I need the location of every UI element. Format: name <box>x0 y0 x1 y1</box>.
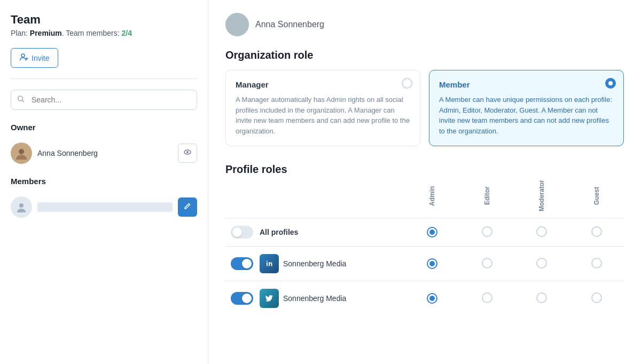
radio-all-moderator[interactable] <box>536 226 547 237</box>
radio-s2-guest[interactable] <box>591 292 602 303</box>
manager-desc: A Manager automatically has Admin rights… <box>236 94 410 136</box>
all-profiles-guest[interactable] <box>569 218 624 247</box>
radio-s1-admin[interactable] <box>427 258 437 269</box>
all-profiles-label: All profiles <box>260 228 298 236</box>
sonnenberg-2-editor[interactable] <box>459 281 514 316</box>
table-row: Sonnenberg Media <box>225 281 624 316</box>
invite-label: Invite <box>32 54 49 62</box>
divider-1 <box>11 78 197 79</box>
plan-label: Plan: <box>11 29 30 37</box>
sonnenberg-1-moderator[interactable] <box>514 247 569 281</box>
invite-person-icon <box>20 53 28 63</box>
member-radio[interactable] <box>605 78 616 89</box>
plan-info: Plan: Premium. Team members: 2/4 <box>11 29 197 37</box>
search-input[interactable] <box>11 90 197 110</box>
profile-roles-table: Admin Editor Moderator Guest All profile… <box>225 176 624 315</box>
col-header-editor: Editor <box>459 176 514 218</box>
radio-all-editor[interactable] <box>482 226 493 237</box>
col-header-guest: Guest <box>569 176 624 218</box>
team-title: Team <box>11 13 197 27</box>
svg-point-2 <box>19 149 24 154</box>
all-profiles-admin[interactable] <box>405 218 460 247</box>
user-name: Anna Sonnenberg <box>255 20 324 29</box>
sonnenberg-1-editor[interactable] <box>459 247 514 281</box>
sonnenberg-1-name: Sonnenberg Media <box>283 259 346 268</box>
sonnenberg-1-cell: Sonnenberg Media <box>225 247 405 281</box>
table-row: Sonnenberg Media <box>225 247 624 281</box>
member-desc: A Member can have unique permissions on … <box>439 94 614 136</box>
sonnenberg-1-toggle[interactable] <box>231 257 253 270</box>
svg-point-0 <box>21 54 25 57</box>
table-row: All profiles <box>225 218 624 247</box>
radio-s1-moderator[interactable] <box>536 258 547 268</box>
radio-s2-editor[interactable] <box>482 292 493 303</box>
member-edit-button[interactable] <box>178 197 197 217</box>
user-header: Anna Sonnenberg <box>225 13 624 36</box>
radio-s1-editor[interactable] <box>482 258 493 268</box>
owner-avatar <box>11 143 32 164</box>
members-section-label: Members <box>11 177 197 186</box>
col-header-admin: Admin <box>405 176 460 218</box>
sidebar: Team Plan: Premium. Team members: 2/4 In… <box>0 0 208 364</box>
owner-section-label: Owner <box>11 123 197 132</box>
linkedin-icon <box>260 254 279 273</box>
sonnenberg-2-name: Sonnenberg Media <box>283 294 346 303</box>
radio-s1-guest[interactable] <box>591 258 602 268</box>
owner-row: Anna Sonnenberg <box>11 143 197 164</box>
sonnenberg-2-moderator[interactable] <box>514 281 569 316</box>
role-card-member[interactable]: Member A Member can have unique permissi… <box>429 70 624 146</box>
pencil-icon <box>184 202 191 212</box>
radio-s2-admin[interactable] <box>427 293 437 304</box>
profile-roles-heading: Profile roles <box>225 163 624 176</box>
search-container <box>11 90 197 110</box>
sonnenberg-2-guest[interactable] <box>569 281 624 316</box>
sonnenberg-2-profile: Sonnenberg Media <box>260 289 346 308</box>
org-role-heading: Organization role <box>225 49 624 61</box>
invite-button[interactable]: Invite <box>11 48 58 68</box>
member-row <box>11 196 197 218</box>
members-count: 2/4 <box>122 29 132 37</box>
col-header-moderator: Moderator <box>514 176 569 218</box>
sonnenberg-2-cell: Sonnenberg Media <box>225 281 405 316</box>
radio-s2-moderator[interactable] <box>536 292 547 303</box>
manager-title: Manager <box>236 80 410 89</box>
twitter-icon <box>260 289 279 308</box>
main-panel: Anna Sonnenberg Organization role Manage… <box>208 0 641 364</box>
member-avatar <box>11 196 32 218</box>
sonnenberg-1-admin[interactable] <box>405 247 460 281</box>
search-icon <box>17 96 25 105</box>
svg-point-4 <box>186 151 189 153</box>
all-profiles-moderator[interactable] <box>514 218 569 247</box>
all-profiles-cell: All profiles <box>225 218 405 247</box>
member-name-placeholder <box>37 202 173 212</box>
svg-point-6 <box>234 20 240 25</box>
role-cards: Manager A Manager automatically has Admi… <box>225 70 624 146</box>
members-label: Team members: <box>66 29 121 37</box>
owner-view-button[interactable] <box>178 144 197 163</box>
user-avatar <box>225 13 249 36</box>
plan-name: Premium <box>30 29 62 37</box>
member-title: Member <box>439 80 614 89</box>
svg-point-5 <box>19 203 24 208</box>
manager-radio[interactable] <box>402 78 412 89</box>
owner-name: Anna Sonnenberg <box>37 149 173 157</box>
eye-icon <box>183 148 192 159</box>
sonnenberg-1-guest[interactable] <box>569 247 624 281</box>
sonnenberg-1-profile: Sonnenberg Media <box>260 254 346 273</box>
sonnenberg-2-admin[interactable] <box>405 281 460 316</box>
role-card-manager[interactable]: Manager A Manager automatically has Admi… <box>225 70 420 146</box>
radio-all-admin[interactable] <box>427 227 437 238</box>
sonnenberg-2-toggle[interactable] <box>231 292 253 305</box>
col-header-profile <box>225 176 405 218</box>
radio-all-guest[interactable] <box>591 226 602 237</box>
all-profiles-editor[interactable] <box>459 218 514 247</box>
all-profiles-toggle[interactable] <box>231 226 253 239</box>
